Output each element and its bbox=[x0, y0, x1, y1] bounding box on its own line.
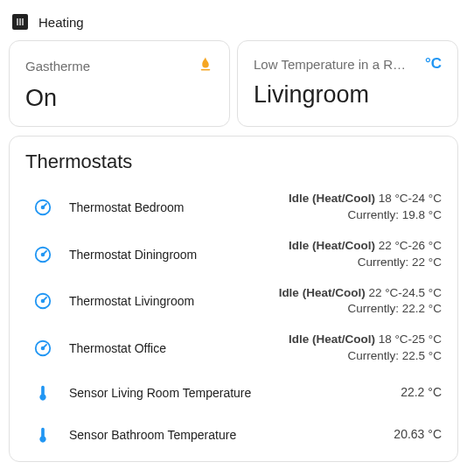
heating-section-header: Heating bbox=[12, 14, 458, 30]
summary-cards: Gastherme On Low Temperature in a R… °C … bbox=[9, 40, 458, 127]
card-head: Low Temperature in a R… °C bbox=[254, 55, 442, 73]
card-gastherme[interactable]: Gastherme On bbox=[9, 40, 230, 127]
card-label: Low Temperature in a R… bbox=[254, 57, 406, 72]
card-label: Gastherme bbox=[25, 59, 90, 74]
svg-line-12 bbox=[43, 345, 47, 349]
gauge-icon bbox=[25, 245, 60, 264]
card-value: Livingroom bbox=[254, 81, 442, 108]
flame-icon bbox=[198, 55, 213, 76]
entity-name: Sensor Living Room Temperature bbox=[60, 386, 401, 400]
entity-name: Thermostat Livingroom bbox=[60, 294, 279, 308]
celsius-icon: °C bbox=[425, 55, 442, 73]
svg-line-9 bbox=[43, 298, 47, 302]
section-title: Heating bbox=[38, 15, 84, 30]
gauge-icon bbox=[25, 339, 60, 358]
thermometer-icon bbox=[25, 425, 60, 444]
entity-state: Idle (Heat/Cool) 18 °C-25 °C Currently: … bbox=[289, 332, 442, 365]
list-item[interactable]: Sensor Bathroom Temperature 20.63 °C bbox=[25, 414, 442, 456]
list-item[interactable]: Thermostat Livingroom Idle (Heat/Cool) 2… bbox=[25, 278, 442, 326]
card-value: On bbox=[25, 85, 213, 112]
list-item[interactable]: Thermostat Office Idle (Heat/Cool) 18 °C… bbox=[25, 325, 442, 372]
gauge-icon bbox=[25, 198, 60, 217]
svg-rect-0 bbox=[201, 69, 211, 71]
entity-name: Sensor Bathroom Temperature bbox=[60, 428, 394, 442]
entity-state: Idle (Heat/Cool) 18 °C-24 °C Currently: … bbox=[289, 191, 442, 224]
svg-line-6 bbox=[43, 250, 47, 255]
entity-state: Idle (Heat/Cool) 22 °C-24.5 °C Currently… bbox=[279, 285, 442, 318]
heating-icon bbox=[12, 14, 28, 30]
gauge-icon bbox=[25, 291, 60, 311]
entity-state: 22.2 °C bbox=[401, 384, 442, 402]
list-item[interactable]: Thermostat Bedroom Idle (Heat/Cool) 18 °… bbox=[25, 184, 442, 231]
card-head: Gastherme bbox=[25, 55, 213, 76]
list-item[interactable]: Thermostat Diningroom Idle (Heat/Cool) 2… bbox=[25, 231, 442, 278]
svg-line-3 bbox=[43, 203, 47, 207]
thermostats-panel: Thermostats Thermostat Bedroom Idle (Hea… bbox=[9, 136, 458, 462]
card-low-temp-room[interactable]: Low Temperature in a R… °C Livingroom bbox=[237, 40, 458, 127]
entity-name: Thermostat Bedroom bbox=[60, 200, 289, 214]
entity-state: Idle (Heat/Cool) 22 °C-26 °C Currently: … bbox=[289, 238, 442, 271]
thermometer-icon bbox=[25, 383, 60, 402]
list-item[interactable]: Sensor Living Room Temperature 22.2 °C bbox=[25, 372, 442, 414]
entity-name: Thermostat Diningroom bbox=[60, 248, 289, 262]
panel-title: Thermostats bbox=[25, 150, 442, 173]
entity-state: 20.63 °C bbox=[394, 426, 442, 444]
entity-name: Thermostat Office bbox=[60, 341, 289, 355]
